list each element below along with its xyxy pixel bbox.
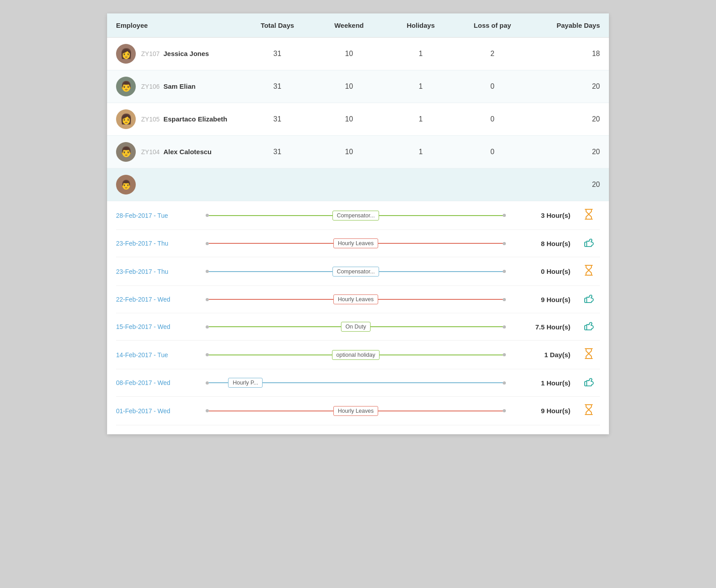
status-icon: [578, 377, 600, 389]
avatar: 👨: [116, 175, 136, 195]
thumbup-icon: [584, 238, 594, 247]
employee-info: 👨: [116, 175, 242, 195]
employee-info: 👩 ZY107 Jessica Jones: [116, 44, 242, 64]
detail-date[interactable]: 23-Feb-2017 - Thu: [116, 268, 206, 275]
hours-label: 1 Hour(s): [506, 379, 578, 387]
col-weekend: Weekend: [313, 22, 385, 29]
payable-days: 20: [528, 82, 600, 91]
detail-date[interactable]: 22-Feb-2017 - Wed: [116, 296, 206, 303]
loss-of-pay: 0: [457, 115, 528, 123]
detail-date[interactable]: 14-Feb-2017 - Tue: [116, 351, 206, 359]
weekend: 10: [313, 50, 385, 58]
timeline: Compensator...: [206, 265, 506, 278]
timeline-badge: optional holiday: [332, 350, 380, 360]
timeline: Hourly Leaves: [206, 405, 506, 417]
thumbup-icon: [584, 321, 594, 331]
payable-days: 20: [528, 148, 600, 156]
detail-row: 23-Feb-2017 - Thu Compensator... 0 Hour(…: [116, 257, 600, 286]
status-icon: [578, 264, 600, 278]
weekend: 10: [313, 82, 385, 91]
employee-id: ZY104: [141, 148, 160, 156]
timeline-badge: Hourly Leaves: [333, 406, 378, 416]
timeline-line-left: [209, 326, 341, 327]
detail-section: 28-Feb-2017 - Tue Compensator... 3 Hour(…: [107, 201, 609, 434]
timeline: optional holiday: [206, 349, 506, 361]
timeline-dot-left: [206, 270, 209, 273]
timeline-badge: On Duty: [341, 322, 371, 332]
timeline-line-right: [380, 355, 503, 355]
loss-of-pay: 0: [457, 82, 528, 91]
employee-name: Jessica Jones: [164, 50, 209, 57]
timeline-line-left: [209, 382, 228, 383]
detail-row: 23-Feb-2017 - Thu Hourly Leaves 8 Hour(s…: [116, 230, 600, 257]
loss-of-pay: 0: [457, 148, 528, 156]
timeline-badge: Compensator...: [332, 211, 380, 220]
avatar: 👨: [116, 77, 136, 96]
employee-info: 👨 ZY104 Alex Calotescu: [116, 142, 242, 162]
thumbup-icon: [584, 294, 594, 303]
timeline-line-right: [371, 326, 503, 327]
timeline-dot-left: [206, 409, 209, 412]
timeline-line-right: [378, 411, 503, 411]
col-total-days: Total Days: [242, 22, 313, 29]
timeline-dot-left: [206, 242, 209, 245]
total-days: 31: [242, 82, 313, 91]
table-row: 👩 ZY107 Jessica Jones 31 10 1 2 18: [107, 38, 609, 70]
detail-date[interactable]: 01-Feb-2017 - Wed: [116, 407, 206, 415]
loss-of-pay: 2: [457, 50, 528, 58]
detail-date[interactable]: 15-Feb-2017 - Wed: [116, 323, 206, 330]
timeline-badge: Hourly Leaves: [333, 238, 378, 248]
timeline-dot-right: [503, 381, 506, 385]
timeline-dot-right: [503, 325, 506, 329]
detail-row: 01-Feb-2017 - Wed Hourly Leaves 9 Hour(s…: [116, 397, 600, 425]
weekend: 10: [313, 148, 385, 156]
timeline-dot-left: [206, 214, 209, 217]
timeline-dot-right: [503, 214, 506, 217]
detail-date[interactable]: 28-Feb-2017 - Tue: [116, 212, 206, 219]
timeline: Hourly Leaves: [206, 293, 506, 306]
total-days: 31: [242, 148, 313, 156]
employee-id: ZY106: [141, 83, 160, 90]
avatar: 👩: [116, 44, 136, 64]
table-row: 👨 ZY106 Sam Elian 31 10 1 0 20: [107, 70, 609, 103]
timeline-dot-left: [206, 353, 209, 356]
payable-days: 20: [528, 115, 600, 123]
timeline-dot-right: [503, 409, 506, 412]
hours-label: 0 Hour(s): [506, 268, 578, 275]
timeline-line-right: [378, 243, 503, 244]
payable-days: 18: [528, 50, 600, 58]
status-icon: [578, 321, 600, 333]
detail-rows: 28-Feb-2017 - Tue Compensator... 3 Hour(…: [107, 201, 609, 425]
col-holidays: Holidays: [385, 22, 457, 29]
hourglass-icon: [584, 264, 594, 276]
col-employee: Employee: [116, 22, 242, 29]
timeline-badge: Hourly Leaves: [333, 294, 378, 304]
timeline-badge: Hourly P...: [228, 378, 263, 388]
weekend: 10: [313, 115, 385, 123]
timeline-line-left: [209, 299, 333, 300]
timeline-line-right: [378, 299, 503, 300]
timeline-line-right: [379, 271, 503, 272]
detail-date[interactable]: 23-Feb-2017 - Thu: [116, 240, 206, 247]
status-icon: [578, 294, 600, 306]
detail-date[interactable]: 08-Feb-2017 - Wed: [116, 379, 206, 386]
hourglass-icon: [584, 208, 594, 220]
holidays: 1: [385, 82, 457, 91]
timeline-line-left: [209, 271, 332, 272]
hours-label: 9 Hour(s): [506, 407, 578, 415]
table-row: 👨 ZY104 Alex Calotescu 31 10 1 0 20: [107, 136, 609, 169]
timeline-dot-right: [503, 242, 506, 245]
detail-row: 22-Feb-2017 - Wed Hourly Leaves 9 Hour(s…: [116, 286, 600, 313]
timeline-line-left: [209, 355, 332, 355]
timeline: Compensator...: [206, 209, 506, 222]
avatar: 👩: [116, 109, 136, 129]
hours-label: 3 Hour(s): [506, 212, 578, 219]
employee-name: Espartaco Elizabeth: [164, 115, 228, 123]
table-row: 👩 ZY105 Espartaco Elizabeth 31 10 1 0 20: [107, 103, 609, 136]
hourglass-icon: [584, 404, 594, 415]
timeline-line-right: [379, 215, 503, 216]
timeline: Hourly P...: [206, 376, 506, 389]
timeline-dot-left: [206, 298, 209, 301]
hours-label: 8 Hour(s): [506, 240, 578, 247]
timeline-badge: Compensator...: [332, 267, 380, 277]
